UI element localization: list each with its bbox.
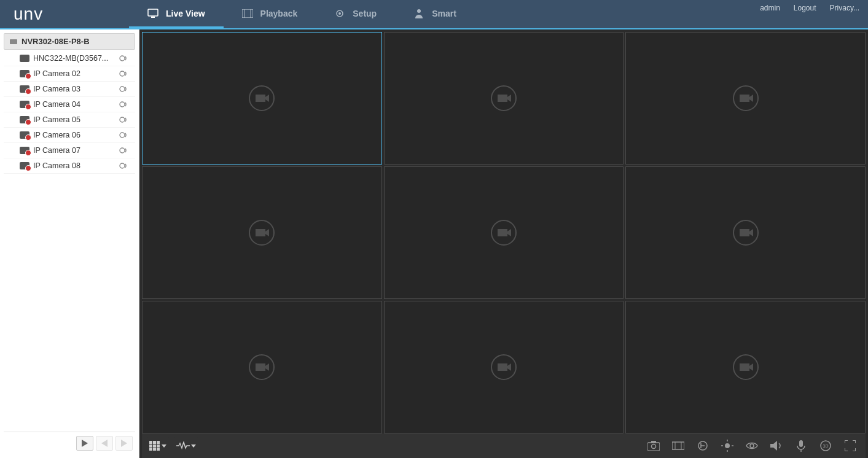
nav-live-view[interactable]: Live View (129, 0, 224, 28)
svg-rect-2 (242, 9, 253, 18)
fisheye-icon[interactable] (745, 439, 759, 452)
svg-point-11 (120, 87, 125, 91)
camera-icon (20, 131, 29, 139)
stream-toggle-icon[interactable] (119, 161, 130, 170)
device-sidebar: NVR302-08E-P8-B HNC322-MB(D3567...IP Cam… (0, 29, 139, 458)
svg-marker-18 (101, 440, 108, 447)
talk-icon[interactable] (696, 439, 710, 452)
gear-icon (334, 8, 345, 19)
main-nav: Live View Playback Setup Smart (129, 0, 475, 28)
logout-link[interactable]: Logout (794, 4, 816, 12)
stream-toggle-icon[interactable] (119, 146, 130, 155)
video-cell[interactable] (625, 166, 866, 299)
camera-icon (20, 116, 29, 123)
svg-text:3D: 3D (823, 444, 829, 448)
camera-item[interactable]: HNC322-MB(D3567... (4, 51, 135, 66)
video-cell[interactable] (384, 301, 624, 433)
svg-marker-69 (770, 441, 777, 451)
camera-list: HNC322-MB(D3567...IP Camera 02IP Camera … (4, 51, 135, 432)
camera-placeholder-icon (732, 354, 759, 381)
stream-type-button[interactable] (174, 437, 198, 454)
current-user[interactable]: admin (760, 4, 780, 12)
video-cell[interactable] (142, 32, 382, 165)
camera-item[interactable]: IP Camera 05 (4, 112, 135, 128)
svg-marker-28 (749, 95, 753, 102)
svg-rect-8 (10, 39, 17, 44)
svg-rect-0 (148, 9, 158, 16)
record-icon[interactable] (671, 439, 685, 452)
video-cell[interactable] (384, 32, 624, 165)
svg-marker-37 (749, 229, 753, 236)
film-icon (242, 8, 253, 19)
privacy-link[interactable]: Privacy... (830, 4, 859, 12)
stream-toggle-icon[interactable] (119, 115, 130, 124)
fullscreen-icon[interactable] (843, 439, 857, 452)
camera-item[interactable]: IP Camera 04 (4, 97, 135, 112)
camera-icon (20, 70, 29, 77)
volume-icon[interactable] (770, 439, 783, 452)
svg-point-13 (120, 117, 125, 122)
device-root-node[interactable]: NVR302-08E-P8-B (4, 33, 135, 50)
camera-placeholder-icon (732, 219, 759, 246)
svg-marker-17 (82, 440, 88, 447)
svg-rect-50 (149, 444, 152, 448)
3d-position-icon[interactable]: 3D (819, 439, 832, 452)
layout-select-button[interactable] (147, 437, 169, 454)
stream-toggle-icon[interactable] (119, 100, 130, 109)
camera-item[interactable]: IP Camera 02 (4, 66, 135, 82)
toolbar-left (147, 437, 198, 454)
nav-label: Live View (166, 9, 205, 18)
mic-icon[interactable] (794, 439, 808, 452)
camera-icon (20, 147, 29, 154)
topbar: unv Live View Playback Setup Smart (0, 0, 868, 29)
brand-text: unv (14, 4, 43, 24)
stream-toggle-icon[interactable] (119, 69, 130, 78)
prev-page-button[interactable] (96, 436, 113, 451)
svg-rect-55 (157, 448, 160, 451)
camera-item[interactable]: IP Camera 07 (4, 143, 135, 158)
video-cell[interactable] (625, 32, 866, 165)
camera-label: IP Camera 08 (33, 161, 115, 170)
svg-point-15 (120, 148, 125, 153)
svg-marker-19 (121, 440, 127, 447)
camera-item[interactable]: IP Camera 03 (4, 82, 135, 97)
camera-item[interactable]: IP Camera 06 (4, 128, 135, 143)
camera-item[interactable]: IP Camera 08 (4, 158, 135, 174)
user-links: admin Logout Privacy... (760, 0, 868, 12)
stream-toggle-icon[interactable] (119, 131, 130, 139)
play-all-button[interactable] (76, 436, 93, 451)
main-area: NVR302-08E-P8-B HNC322-MB(D3567...IP Cam… (0, 29, 868, 458)
svg-marker-25 (507, 95, 511, 102)
nav-setup[interactable]: Setup (316, 0, 395, 28)
viewer-panel: 3D (139, 29, 868, 458)
video-cell[interactable] (384, 166, 624, 299)
nav-smart[interactable]: Smart (395, 0, 475, 28)
camera-label: IP Camera 04 (33, 100, 115, 109)
svg-rect-1 (151, 17, 155, 18)
brightness-icon[interactable] (721, 439, 734, 452)
brand-logo: unv (0, 0, 68, 28)
video-cell[interactable] (142, 301, 382, 433)
camera-icon (20, 85, 29, 93)
camera-placeholder-icon (732, 85, 759, 112)
snapshot-icon[interactable] (647, 439, 660, 452)
svg-rect-24 (498, 95, 507, 102)
stream-toggle-icon[interactable] (119, 54, 130, 63)
svg-rect-39 (256, 363, 265, 371)
monitor-icon (147, 8, 158, 19)
video-cell[interactable] (142, 166, 382, 299)
camera-placeholder-icon (248, 219, 275, 246)
nav-playback[interactable]: Playback (224, 0, 316, 28)
svg-point-63 (725, 443, 730, 448)
video-cell[interactable] (625, 301, 866, 433)
svg-rect-53 (149, 448, 152, 451)
svg-rect-70 (799, 440, 803, 447)
next-page-button[interactable] (115, 436, 133, 451)
stream-toggle-icon[interactable] (119, 85, 130, 93)
svg-rect-49 (157, 441, 160, 444)
nav-label: Smart (432, 9, 456, 18)
camera-placeholder-icon (490, 85, 517, 112)
svg-point-16 (120, 163, 125, 168)
nav-label: Setup (353, 9, 377, 18)
toolbar-right: 3D (647, 439, 861, 452)
